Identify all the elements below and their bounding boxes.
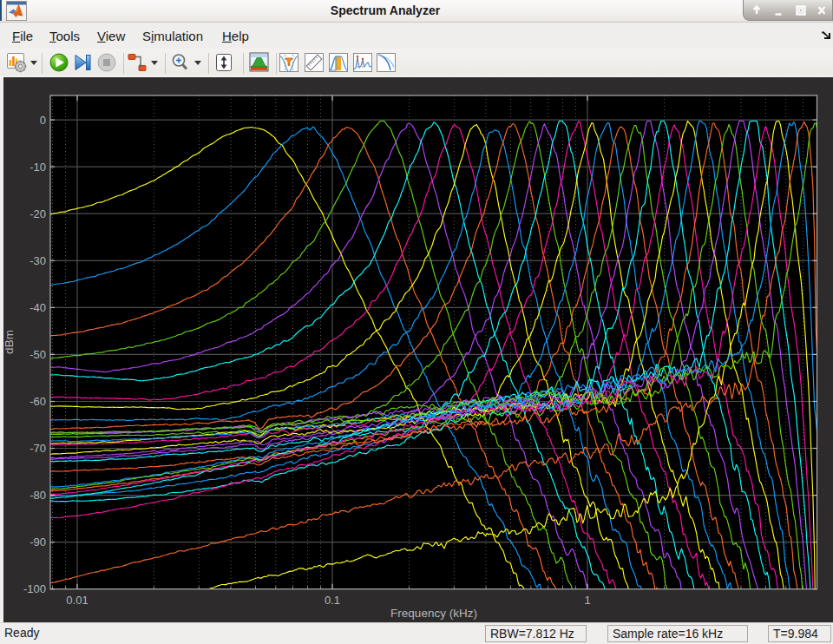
svg-text:-90: -90 (30, 536, 46, 549)
svg-text:-100: -100 (23, 582, 46, 595)
svg-text:-10: -10 (30, 161, 46, 174)
svg-text:dBm: dBm (3, 330, 16, 354)
svg-text:1: 1 (584, 594, 590, 607)
svg-text:0: 0 (40, 114, 46, 127)
svg-text:-50: -50 (30, 348, 46, 361)
svg-text:-20: -20 (30, 207, 46, 220)
svg-text:-30: -30 (30, 254, 46, 267)
svg-text:-80: -80 (30, 489, 46, 502)
svg-text:Frequency (kHz): Frequency (kHz) (390, 607, 477, 620)
svg-text:0.01: 0.01 (66, 594, 88, 607)
svg-text:0.1: 0.1 (325, 594, 340, 607)
svg-text:-40: -40 (30, 301, 46, 314)
svg-text:-60: -60 (30, 395, 46, 408)
svg-text:-70: -70 (30, 442, 46, 455)
